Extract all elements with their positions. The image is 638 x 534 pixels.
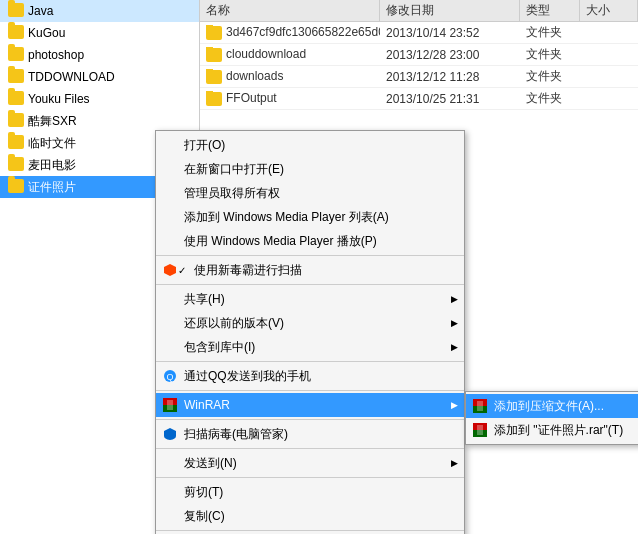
table-row[interactable]: FFOutput 2013/10/25 21:31 文件夹 (200, 88, 638, 110)
antivirus-icon (162, 262, 178, 278)
folder-icon-linshi (8, 135, 24, 151)
menu-item-library[interactable]: 包含到库中(I) (156, 335, 464, 359)
svg-marker-0 (164, 264, 176, 276)
folder-icon-zhengjian (8, 179, 24, 195)
context-menu: 打开(O) 在新窗口中打开(E) 管理员取得所有权 添加到 Windows Me… (155, 130, 465, 534)
folder-icon-java (8, 3, 24, 19)
col-header-name[interactable]: 名称 (200, 0, 380, 21)
folder-icon-youku (8, 91, 24, 107)
menu-item-cut[interactable]: 剪切(T) (156, 480, 464, 504)
menu-item-scan2[interactable]: 扫描病毒(电脑管家) (156, 422, 464, 446)
table-row[interactable]: 3d467cf9dfc130665822e65d04dd 2013/10/14 … (200, 22, 638, 44)
table-row[interactable]: downloads 2013/12/12 11:28 文件夹 (200, 66, 638, 88)
sidebar-item-youku[interactable]: Youku Files (0, 88, 199, 110)
menu-item-sendto[interactable]: 发送到(N) (156, 451, 464, 475)
menu-item-scan[interactable]: ✓ 使用新毒霸进行扫描 (156, 258, 464, 282)
winrar-icon (162, 397, 178, 413)
submenu-item-add-rar[interactable]: 添加到 "证件照片.rar"(T) (466, 418, 638, 442)
col-header-date[interactable]: 修改日期 (380, 0, 520, 21)
menu-separator (156, 255, 464, 256)
svg-rect-11 (477, 425, 483, 435)
sidebar-item-java[interactable]: Java (0, 0, 199, 22)
menu-separator (156, 390, 464, 391)
col-header-type[interactable]: 类型 (520, 0, 580, 21)
menu-item-open-new[interactable]: 在新窗口中打开(E) (156, 157, 464, 181)
qq-icon: Q (162, 368, 178, 384)
winrar-submenu: 添加到压缩文件(A)... 添加到 "证件照片.rar"(T) (465, 391, 638, 445)
folder-icon-kuwu (8, 113, 24, 129)
sidebar-item-tddownload[interactable]: TDDOWNLOAD (0, 66, 199, 88)
menu-item-admin[interactable]: 管理员取得所有权 (156, 181, 464, 205)
menu-separator (156, 477, 464, 478)
menu-separator (156, 284, 464, 285)
compress-icon2 (472, 422, 488, 438)
folder-icon-photoshop (8, 47, 24, 63)
menu-item-winrar[interactable]: WinRAR 添加到压缩文件(A)... (156, 393, 464, 417)
sidebar-item-kuwu[interactable]: 酷舞SXR (0, 110, 199, 132)
menu-separator (156, 448, 464, 449)
menu-item-restore[interactable]: 还原以前的版本(V) (156, 311, 464, 335)
folder-icon-maitian (8, 157, 24, 173)
shield-icon (162, 426, 178, 442)
svg-rect-5 (167, 400, 173, 410)
menu-separator (156, 361, 464, 362)
checkmark-icon: ✓ (178, 265, 186, 276)
file-rows: 3d467cf9dfc130665822e65d04dd 2013/10/14 … (200, 22, 638, 110)
submenu-item-add-archive[interactable]: 添加到压缩文件(A)... (466, 394, 638, 418)
menu-item-wmp-add[interactable]: 添加到 Windows Media Player 列表(A) (156, 205, 464, 229)
menu-item-share[interactable]: 共享(H) (156, 287, 464, 311)
table-row[interactable]: clouddownload 2013/12/28 23:00 文件夹 (200, 44, 638, 66)
folder-icon-kugou (8, 25, 24, 41)
menu-separator (156, 530, 464, 531)
compress-icon (472, 398, 488, 414)
svg-rect-8 (477, 401, 483, 411)
menu-item-copy[interactable]: 复制(C) (156, 504, 464, 528)
col-header-size[interactable]: 大小 (580, 0, 638, 21)
sidebar-item-photoshop[interactable]: photoshop (0, 44, 199, 66)
svg-text:Q: Q (166, 372, 173, 382)
menu-separator (156, 419, 464, 420)
folder-icon-tddownload (8, 69, 24, 85)
menu-item-wmp-play[interactable]: 使用 Windows Media Player 播放(P) (156, 229, 464, 253)
table-header: 名称 修改日期 类型 大小 (200, 0, 638, 22)
sidebar-item-kugou[interactable]: KuGou (0, 22, 199, 44)
menu-item-open[interactable]: 打开(O) (156, 133, 464, 157)
menu-item-qq-send[interactable]: Q 通过QQ发送到我的手机 (156, 364, 464, 388)
